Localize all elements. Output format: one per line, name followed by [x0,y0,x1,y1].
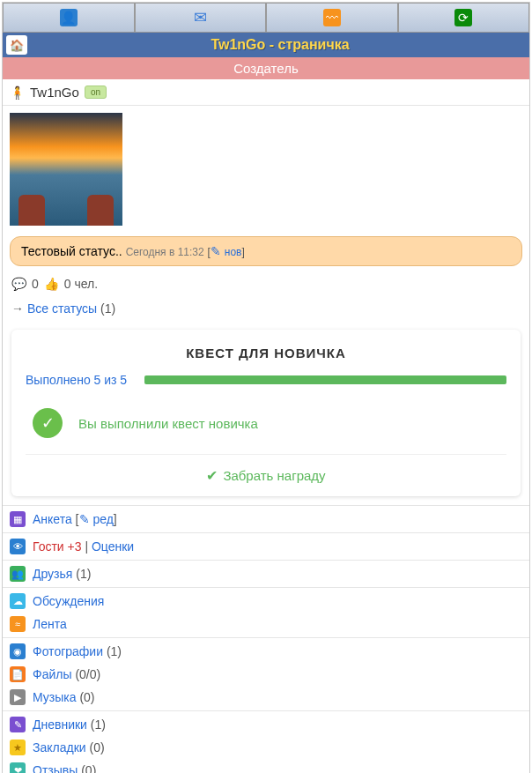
discussions-link[interactable]: Обсуждения [33,594,104,608]
all-statuses-row: → Все статусы (1) [3,298,529,324]
anketa-link[interactable]: Анкета [33,512,72,526]
people-count: 0 чел. [64,277,98,291]
files-icon: 📄 [10,666,26,682]
guests-link[interactable]: Гости +3 [33,539,82,554]
diaries-icon: ✎ [10,717,26,732]
title-bar: 🏠 Tw1nGo - страничка [3,33,529,57]
friends-count: (1) [76,567,91,581]
reviews-link[interactable]: Отзывы [33,763,78,773]
bookmarks-link[interactable]: Закладки [33,740,86,754]
pencil-icon: ✎ [211,244,225,258]
discussions-icon: ☁ [10,593,26,609]
feed-icon: ≈ [10,616,26,632]
home-button[interactable]: 🏠 [6,35,27,55]
user-row: 🧍 Tw1nGo on [3,79,529,106]
quest-message: Вы выполнили квест новичка [78,416,258,431]
anketa-icon: ▦ [10,511,26,527]
all-statuses-link[interactable]: Все статусы [27,301,97,316]
nav-rss[interactable]: 〰 [266,3,398,33]
mail-icon: ✉ [191,9,209,26]
nav-profile[interactable]: 👤 [3,3,135,33]
anketa-edit-link[interactable]: ред [92,512,113,526]
diaries-link[interactable]: Дневники [33,717,87,732]
music-count: (0) [79,690,94,704]
photos-count: (1) [107,644,122,658]
avatar[interactable] [10,113,122,226]
files-count: (0/0) [75,667,100,681]
status-counts: 💬 0 👍 0 чел. [3,270,529,298]
user-icon: 🧍 [10,85,25,100]
photos-icon: ◉ [10,643,26,659]
all-statuses-count: (1) [100,301,115,316]
diaries-count: (1) [91,717,106,732]
check-icon: ✓ [33,408,63,438]
creator-bar: Создатель [3,57,529,79]
comment-count: 0 [32,277,39,291]
comment-icon: 💬 [11,277,26,291]
home-icon: 🏠 [10,39,24,52]
online-badge: on [85,85,107,99]
music-link[interactable]: Музыка [33,690,77,704]
friends-icon: 👥 [10,566,26,582]
status-new-link[interactable]: нов [225,246,242,258]
page-title: Tw1nGo - страничка [31,37,529,53]
ratings-link[interactable]: Оценки [92,539,134,554]
rss-icon: 〰 [323,9,341,26]
bookmarks-count: (0) [89,740,104,754]
nav-refresh[interactable]: ⟳ [398,3,530,33]
nav-mail[interactable]: ✉ [135,3,267,33]
profile-icon: 👤 [60,9,78,26]
status-time: Сегодня в 11:32 [126,246,204,258]
avatar-area [3,106,529,233]
pencil-icon: ✎ [79,512,93,526]
quest-progress-text: Выполнено 5 из 5 [26,373,127,387]
eye-icon: 👁 [10,539,26,554]
status-text: Тестовый статус.. [21,244,122,258]
reviews-icon: ❤ [10,762,26,773]
files-link[interactable]: Файлы [33,667,71,681]
like-icon: 👍 [44,277,59,291]
bookmarks-icon: ★ [10,740,26,755]
quest-card: КВЕСТ ДЛЯ НОВИЧКА Выполнено 5 из 5 ✓ Вы … [11,330,521,496]
top-nav: 👤 ✉ 〰 ⟳ [3,3,529,33]
status-bubble: Тестовый статус.. Сегодня в 11:32 [✎ нов… [10,236,522,266]
refresh-icon: ⟳ [454,9,472,26]
music-icon: ▶ [10,689,26,705]
photos-link[interactable]: Фотографии [33,644,103,658]
friends-link[interactable]: Друзья [33,567,72,581]
checkmark-icon: ✔ [206,468,218,483]
reviews-count: (0) [81,763,96,773]
quest-reward-button[interactable]: ✔Забрать награду [26,454,506,496]
feed-link[interactable]: Лента [33,617,67,631]
quest-progress-bar [144,375,506,384]
user-name: Tw1nGo [30,85,79,100]
quest-title: КВЕСТ ДЛЯ НОВИЧКА [26,342,506,373]
